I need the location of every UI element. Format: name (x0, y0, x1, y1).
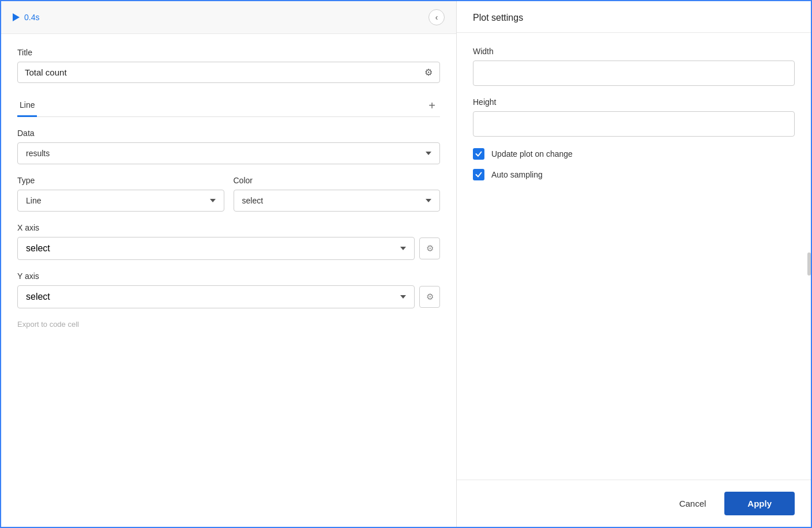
update-plot-label: Update plot on change (491, 149, 573, 159)
cancel-button[interactable]: Cancel (670, 493, 716, 514)
export-label: Export to code cell (17, 320, 79, 329)
settings-footer: Cancel Apply (457, 480, 811, 527)
x-axis-select[interactable]: select (17, 237, 415, 260)
data-label: Data (17, 129, 440, 138)
plot-settings-title: Plot settings (473, 13, 523, 22)
collapse-icon: ‹ (435, 13, 438, 22)
apply-button[interactable]: Apply (724, 492, 795, 515)
plot-settings-header: Plot settings (457, 1, 811, 33)
width-input[interactable] (473, 61, 795, 86)
title-input[interactable] (25, 67, 424, 77)
x-axis-dropdown-arrow-icon (400, 247, 406, 250)
y-axis-label: Y axis (17, 271, 440, 281)
color-select[interactable]: select (234, 190, 441, 212)
tab-line-label: Line (20, 100, 35, 110)
height-label: Height (473, 97, 795, 107)
tab-line[interactable]: Line (17, 95, 37, 117)
y-axis-gear-icon: ⚙ (426, 292, 434, 302)
height-field-group: Height (473, 97, 795, 137)
panel-content: Title ⚙ Line + Data (1, 34, 456, 527)
y-axis-select[interactable]: select (17, 285, 415, 308)
type-dropdown-arrow-icon (210, 199, 216, 202)
run-indicator: 0.4s (13, 13, 39, 22)
collapse-button[interactable]: ‹ (428, 9, 445, 25)
y-axis-select-value: select (26, 292, 50, 302)
title-gear-icon[interactable]: ⚙ (424, 67, 433, 78)
resize-handle[interactable] (807, 252, 811, 276)
color-dropdown-arrow-icon (426, 199, 431, 202)
width-label: Width (473, 47, 795, 56)
title-label: Title (17, 48, 440, 57)
update-plot-checkbox[interactable] (473, 148, 484, 160)
update-plot-checkbox-row: Update plot on change (473, 148, 795, 160)
play-icon (13, 13, 20, 21)
right-panel: Plot settings Width Height Update p (457, 1, 811, 527)
left-panel: 0.4s ‹ Title ⚙ Line (1, 1, 457, 527)
export-code-cell-link[interactable]: Export to code cell (17, 320, 440, 329)
x-axis-field-group: X axis select ⚙ (17, 223, 440, 260)
checkmark-icon (475, 150, 482, 157)
type-label: Type (17, 176, 224, 185)
type-select[interactable]: Line (17, 190, 224, 212)
x-axis-row: select ⚙ (17, 237, 440, 260)
auto-sampling-checkbox-row: Auto sampling (473, 169, 795, 180)
tabs-container: Line + (17, 95, 440, 117)
tab-add-icon: + (428, 99, 435, 112)
plot-settings-body: Width Height Update plot on change (457, 33, 811, 480)
data-field-group: Data results (17, 129, 440, 164)
color-label: Color (234, 176, 441, 185)
auto-sampling-label: Auto sampling (491, 170, 543, 179)
title-input-wrapper: ⚙ (17, 62, 440, 83)
width-field-group: Width (473, 47, 795, 86)
x-axis-gear-button[interactable]: ⚙ (419, 237, 440, 259)
data-dropdown-arrow-icon (426, 152, 431, 155)
auto-sampling-checkmark-icon (475, 171, 482, 178)
color-select-value: select (242, 196, 264, 205)
auto-sampling-checkbox[interactable] (473, 169, 484, 180)
data-select-value: results (26, 149, 50, 158)
type-select-value: Line (26, 196, 41, 205)
y-axis-gear-button[interactable]: ⚙ (419, 286, 440, 308)
top-bar: 0.4s ‹ (1, 1, 456, 34)
x-axis-label: X axis (17, 223, 440, 232)
type-field-group: Type Line (17, 176, 224, 212)
y-axis-dropdown-arrow-icon (400, 295, 406, 299)
title-field-group: Title ⚙ (17, 48, 440, 83)
run-time-label: 0.4s (24, 13, 39, 22)
tab-add-button[interactable]: + (424, 97, 440, 115)
data-select[interactable]: results (17, 142, 440, 164)
type-color-row: Type Line Color select (17, 176, 440, 212)
y-axis-row: select ⚙ (17, 285, 440, 308)
tabs-header: Line + (17, 95, 440, 117)
y-axis-field-group: Y axis select ⚙ (17, 271, 440, 308)
height-input[interactable] (473, 111, 795, 137)
x-axis-gear-icon: ⚙ (426, 243, 434, 254)
x-axis-select-value: select (26, 243, 50, 254)
color-field-group: Color select (234, 176, 441, 212)
